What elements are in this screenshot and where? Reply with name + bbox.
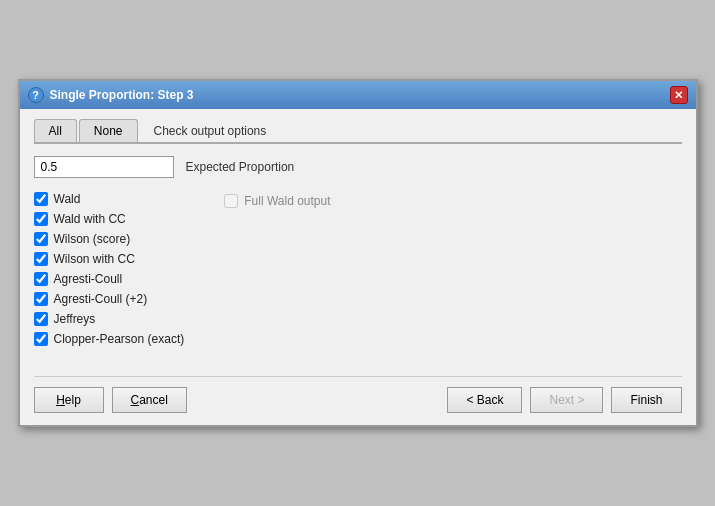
checkbox-wald-input[interactable] — [34, 192, 48, 206]
tab-all[interactable]: All — [34, 119, 77, 142]
checkboxes-right: Full Wald output — [224, 192, 330, 346]
checkbox-wilson-input[interactable] — [34, 232, 48, 246]
checkbox-jeffreys-input[interactable] — [34, 312, 48, 326]
tab-row: All None Check output options — [34, 119, 682, 144]
checkbox-clopper-input[interactable] — [34, 332, 48, 346]
checkbox-wilson-label[interactable]: Wilson (score) — [54, 232, 131, 246]
checkbox-full-wald: Full Wald output — [224, 194, 330, 208]
checkbox-wilson: Wilson (score) — [34, 232, 185, 246]
back-button[interactable]: < Back — [447, 387, 522, 413]
proportion-row: Expected Proportion — [34, 156, 682, 178]
footer-left: Help Cancel — [34, 387, 187, 413]
title-bar-left: ? Single Proportion: Step 3 — [28, 87, 194, 103]
checkbox-clopper-label[interactable]: Clopper-Pearson (exact) — [54, 332, 185, 346]
checkbox-wilson-cc: Wilson with CC — [34, 252, 185, 266]
footer-buttons: Help Cancel < Back Next > Finish — [34, 376, 682, 413]
finish-button[interactable]: Finish — [611, 387, 681, 413]
help-icon: ? — [28, 87, 44, 103]
checkbox-agresti2-input[interactable] — [34, 292, 48, 306]
checkbox-wald: Wald — [34, 192, 185, 206]
checkbox-agresti2: Agresti-Coull (+2) — [34, 292, 185, 306]
cancel-button[interactable]: Cancel — [112, 387, 187, 413]
checkbox-wilson-cc-input[interactable] — [34, 252, 48, 266]
checkbox-agresti: Agresti-Coull — [34, 272, 185, 286]
checkbox-wald-cc: Wald with CC — [34, 212, 185, 226]
checkbox-wilson-cc-label[interactable]: Wilson with CC — [54, 252, 135, 266]
checkboxes-left: Wald Wald with CC Wilson (score) Wilson … — [34, 192, 185, 346]
checkbox-agresti2-label[interactable]: Agresti-Coull (+2) — [54, 292, 148, 306]
footer-right: < Back Next > Finish — [447, 387, 681, 413]
close-button[interactable]: ✕ — [670, 86, 688, 104]
tab-none[interactable]: None — [79, 119, 138, 142]
checkbox-wald-cc-input[interactable] — [34, 212, 48, 226]
checkbox-agresti-input[interactable] — [34, 272, 48, 286]
checkbox-wald-cc-label[interactable]: Wald with CC — [54, 212, 126, 226]
checkbox-wald-label[interactable]: Wald — [54, 192, 81, 206]
tab-check-output: Check output options — [144, 120, 277, 142]
checkbox-agresti-label[interactable]: Agresti-Coull — [54, 272, 123, 286]
dialog-window: ? Single Proportion: Step 3 ✕ All None C… — [18, 79, 698, 427]
checkbox-jeffreys-label[interactable]: Jeffreys — [54, 312, 96, 326]
checkbox-clopper: Clopper-Pearson (exact) — [34, 332, 185, 346]
checkboxes-area: Wald Wald with CC Wilson (score) Wilson … — [34, 192, 682, 346]
proportion-input[interactable] — [34, 156, 174, 178]
checkbox-jeffreys: Jeffreys — [34, 312, 185, 326]
help-button[interactable]: Help — [34, 387, 104, 413]
proportion-label: Expected Proportion — [186, 160, 295, 174]
next-button: Next > — [530, 387, 603, 413]
checkbox-full-wald-input — [224, 194, 238, 208]
checkbox-full-wald-label: Full Wald output — [244, 194, 330, 208]
title-bar: ? Single Proportion: Step 3 ✕ — [20, 81, 696, 109]
dialog-body: All None Check output options Expected P… — [20, 109, 696, 425]
window-title: Single Proportion: Step 3 — [50, 88, 194, 102]
